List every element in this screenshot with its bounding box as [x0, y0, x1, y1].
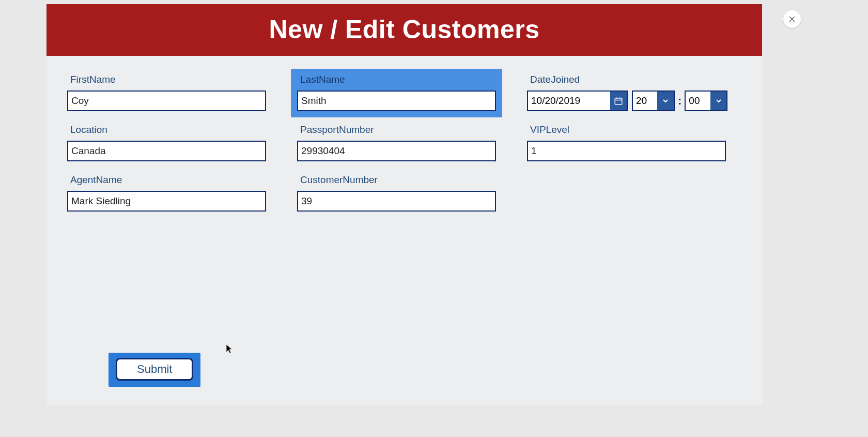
- form-row-3: AgentName CustomerNumber: [67, 174, 741, 212]
- location-input[interactable]: [67, 141, 266, 161]
- minute-input[interactable]: [686, 92, 710, 110]
- chevron-down-icon: [661, 97, 670, 105]
- customernumber-input[interactable]: [297, 191, 496, 212]
- chevron-down-icon: [715, 97, 723, 105]
- lastname-input[interactable]: [297, 91, 496, 111]
- modal-title: New / Edit Customers: [47, 14, 762, 44]
- firstname-group: FirstName: [67, 74, 266, 111]
- form-row-1: FirstName LastName DateJoined: [67, 74, 741, 111]
- agentname-label: AgentName: [67, 174, 266, 186]
- customer-form-modal: New / Edit Customers FirstName LastName …: [47, 4, 762, 405]
- customernumber-label: CustomerNumber: [297, 174, 496, 186]
- viplevel-label: VIPLevel: [527, 124, 726, 135]
- location-label: Location: [67, 124, 266, 135]
- firstname-input[interactable]: [67, 91, 266, 111]
- passport-group: PassportNumber: [297, 124, 496, 161]
- date-input[interactable]: [528, 92, 610, 110]
- viplevel-input[interactable]: [527, 141, 726, 161]
- lastname-group: LastName: [297, 74, 496, 111]
- minute-dropdown-button[interactable]: [710, 92, 727, 110]
- submit-area: Submit: [109, 353, 200, 387]
- lastname-highlight: LastName: [291, 69, 502, 117]
- agentname-group: AgentName: [67, 174, 266, 212]
- datejoined-controls: :: [527, 91, 726, 111]
- close-icon: [788, 15, 796, 23]
- submit-button[interactable]: Submit: [116, 358, 193, 381]
- agentname-input[interactable]: [67, 191, 266, 212]
- calendar-button[interactable]: [610, 92, 627, 110]
- time-separator: :: [678, 94, 681, 108]
- calendar-icon: [614, 96, 623, 106]
- firstname-label: FirstName: [67, 74, 266, 85]
- hour-dropdown-button[interactable]: [657, 92, 674, 110]
- lastname-label: LastName: [297, 74, 496, 85]
- svg-rect-0: [615, 98, 622, 104]
- modal-header: New / Edit Customers: [47, 4, 762, 56]
- viplevel-group: VIPLevel: [527, 124, 726, 161]
- datejoined-group: DateJoined: [527, 74, 726, 111]
- minute-input-wrap: [685, 91, 727, 111]
- passport-label: PassportNumber: [297, 124, 496, 135]
- datejoined-label: DateJoined: [527, 74, 726, 85]
- location-group: Location: [67, 124, 266, 161]
- hour-input-wrap: [632, 91, 675, 111]
- passport-input[interactable]: [297, 141, 496, 161]
- date-input-wrap: [527, 91, 628, 111]
- form-row-2: Location PassportNumber VIPLevel: [67, 124, 741, 161]
- customernumber-group: CustomerNumber: [297, 174, 496, 212]
- submit-highlight: Submit: [109, 353, 200, 387]
- hour-input[interactable]: [633, 92, 657, 110]
- close-button[interactable]: [783, 10, 801, 28]
